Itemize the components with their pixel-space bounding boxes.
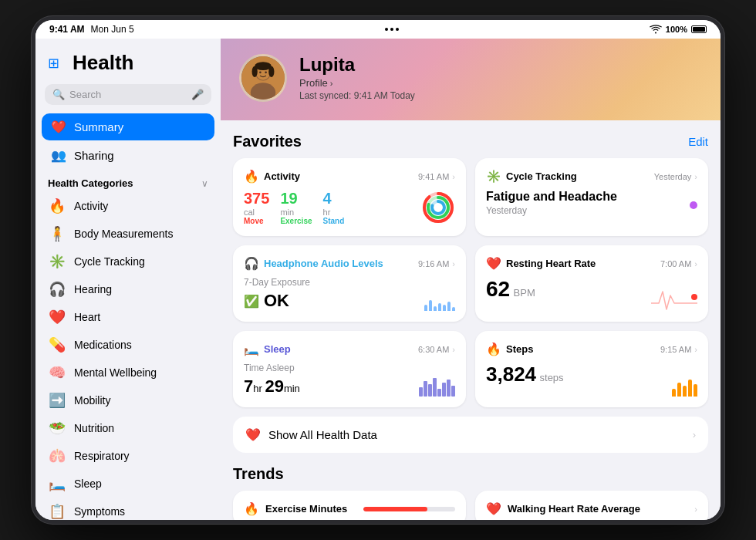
categories-section-header: Health Categories ∨: [35, 170, 221, 192]
steps-card-title: Steps: [506, 343, 533, 355]
sleep-card-chevron-icon: ›: [452, 345, 455, 354]
sidebar-item-body-measurements[interactable]: 🧍 Body Measurements: [35, 220, 221, 248]
search-icon: 🔍: [52, 89, 65, 100]
categories-chevron-icon[interactable]: ∨: [201, 178, 208, 189]
sidebar-item-nutrition[interactable]: 🥗 Nutrition: [35, 414, 221, 442]
respiratory-icon: 🫁: [48, 447, 66, 464]
sidebar-item-sleep[interactable]: 🛏️ Sleep: [35, 470, 221, 498]
heart-label: Heart: [74, 311, 100, 323]
sleep-hours-unit: hr: [253, 383, 265, 394]
steps-bar-3: [683, 386, 687, 397]
exercise-value: 19: [280, 190, 312, 208]
hr-dot-icon: [691, 294, 697, 300]
favorites-grid: 🔥 Activity 9:41 AM ›: [233, 158, 708, 407]
favorites-title: Favorites: [233, 133, 302, 150]
sidebar-item-activity[interactable]: 🔥 Activity: [35, 192, 221, 220]
status-bar: 9:41 AM Mon Jun 5 100%: [35, 20, 721, 39]
steps-value: 3,824: [486, 363, 536, 386]
sidebar-item-respiratory[interactable]: 🫁 Respiratory: [35, 442, 221, 470]
sidebar-item-mental-wellbeing[interactable]: 🧠 Mental Wellbeing: [35, 359, 221, 386]
sidebar-item-heart[interactable]: ❤️ Heart: [35, 303, 221, 331]
stand-unit: hr: [323, 208, 345, 217]
hearing-label: Hearing: [74, 283, 112, 295]
sidebar-panel-icon: ⊞: [48, 55, 65, 72]
mic-icon: 🎤: [191, 89, 204, 100]
sidebar: ⊞ Health 🔍 Search 🎤 ❤️ Summary 👥 Sharing: [35, 39, 221, 520]
sleep-bar-1: [419, 387, 423, 397]
steps-bar-5: [694, 384, 697, 397]
sleep-time-row: 6:30 AM ›: [418, 345, 455, 354]
status-time: 9:41 AM: [49, 24, 85, 35]
activity-metrics: 375 cal Move 19 min Exercise: [244, 190, 344, 225]
activity-card[interactable]: 🔥 Activity 9:41 AM ›: [233, 158, 466, 236]
categories-title: Health Categories: [48, 177, 133, 189]
steps-bar-4: [688, 380, 692, 397]
move-unit: cal: [244, 208, 269, 217]
mental-wellbeing-icon: 🧠: [48, 364, 66, 381]
steps-card[interactable]: 🔥 Steps 9:15 AM › 3,824 steps: [475, 331, 708, 407]
nutrition-label: Nutrition: [74, 422, 114, 434]
dot1: [385, 28, 388, 31]
sleep-card-title: Sleep: [264, 343, 291, 355]
walking-heart-rate-trend-card[interactable]: ❤️ Walking Heart Rate Average ›: [475, 491, 708, 520]
sleep-card-header: 🛏️ Sleep 6:30 AM ›: [244, 342, 455, 356]
exercise-trend-bar-container: [363, 507, 455, 511]
sidebar-item-cycle-tracking[interactable]: ✳️ Cycle Tracking: [35, 248, 221, 275]
walking-hr-trend-label: Walking Heart Rate Average: [508, 503, 688, 515]
symptoms-icon: 📋: [48, 503, 66, 520]
respiratory-label: Respiratory: [74, 450, 130, 462]
steps-unit: steps: [540, 372, 564, 383]
steps-card-time: 9:15 AM: [660, 345, 691, 354]
cycle-symptom: Fatigue and Headache: [486, 190, 682, 204]
sleep-card[interactable]: 🛏️ Sleep 6:30 AM › Time Asleep: [233, 331, 466, 407]
mini-bar-6: [447, 302, 451, 311]
cycle-tracking-card[interactable]: ✳️ Cycle Tracking Yesterday › Fatigue an…: [475, 158, 708, 236]
svg-point-5: [265, 71, 267, 73]
show-all-health-data-row[interactable]: ❤️ Show All Health Data ›: [233, 417, 708, 453]
dot3: [396, 28, 399, 31]
headphone-card-title: Headphone Audio Levels: [264, 258, 383, 269]
medications-label: Medications: [74, 339, 132, 351]
show-all-chevron-icon: ›: [693, 429, 696, 440]
ipad-frame: 9:41 AM Mon Jun 5 100%: [31, 15, 725, 525]
sleep-minutes-unit: min: [284, 383, 300, 394]
steps-bar-1: [672, 389, 676, 397]
activity-metrics-row: 375 cal Move 19 min Exercise: [244, 190, 455, 225]
sidebar-item-mobility[interactable]: ➡️ Mobility: [35, 386, 221, 414]
show-all-label: Show All Health Data: [268, 428, 685, 441]
rhr-card-chevron-icon: ›: [694, 259, 697, 268]
sidebar-item-hearing[interactable]: 🎧 Hearing: [35, 275, 221, 303]
sidebar-header: ⊞ Health: [35, 48, 221, 81]
exercise-minutes-trend-card[interactable]: 🔥 Exercise Minutes: [233, 491, 466, 520]
steps-value-row: 3,824 steps: [486, 363, 697, 386]
sidebar-title: Health: [73, 51, 133, 75]
mini-bar-7: [452, 307, 455, 311]
sidebar-item-summary[interactable]: ❤️ Summary: [42, 113, 214, 140]
move-metric: 375 cal Move: [244, 190, 269, 225]
body-measurements-label: Body Measurements: [74, 228, 173, 240]
headphone-card-time: 9:16 AM: [418, 259, 449, 268]
edit-button[interactable]: Edit: [688, 135, 708, 148]
exposure-label: 7-Day Exposure: [244, 277, 455, 288]
sidebar-item-sharing[interactable]: 👥 Sharing: [42, 142, 214, 169]
sleep-bar-2: [424, 381, 427, 397]
sidebar-item-medications[interactable]: 💊 Medications: [35, 331, 221, 359]
cycle-tracking-icon: ✳️: [48, 253, 66, 270]
hearing-icon: 🎧: [48, 281, 66, 298]
search-bar[interactable]: 🔍 Search 🎤: [45, 84, 211, 105]
summary-label: Summary: [74, 120, 123, 133]
move-label: Move: [244, 217, 269, 225]
resting-heart-rate-card[interactable]: ❤️ Resting Heart Rate 7:00 AM › 62: [475, 245, 708, 322]
exercise-trend-label: Exercise Minutes: [265, 503, 357, 515]
body-measurements-icon: 🧍: [48, 225, 66, 242]
sidebar-item-symptoms[interactable]: 📋 Symptoms: [35, 498, 221, 520]
sharing-label: Sharing: [74, 149, 114, 162]
headphone-audio-card[interactable]: 🎧 Headphone Audio Levels 9:16 AM › 7-Day…: [233, 245, 466, 322]
trends-section: Trends 🔥 Exercise Minutes ❤️: [233, 465, 708, 520]
favorites-header: Favorites Edit: [233, 133, 708, 150]
activity-time-row: 9:41 AM ›: [418, 172, 455, 181]
profile-link[interactable]: Profile ›: [299, 77, 415, 89]
search-placeholder[interactable]: Search: [69, 89, 187, 100]
svg-point-8: [268, 66, 274, 77]
rhr-title-row: ❤️ Resting Heart Rate: [486, 256, 596, 271]
